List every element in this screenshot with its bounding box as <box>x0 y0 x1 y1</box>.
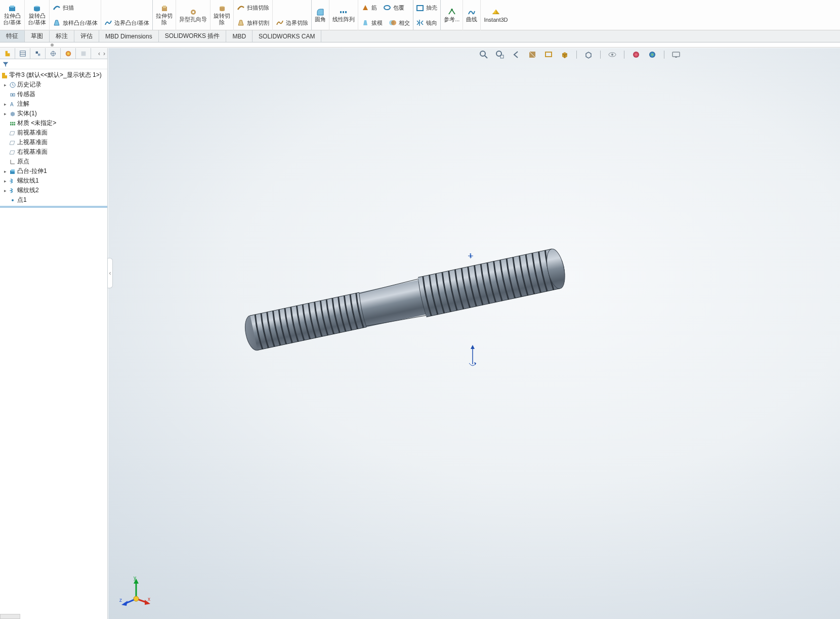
tree-material[interactable]: 材质 <未指定> <box>0 118 107 128</box>
loft-cut-button[interactable]: 放样切割 <box>234 15 272 30</box>
tree-sensors[interactable]: 传感器 <box>0 90 107 99</box>
tree-sensors-label: 传感器 <box>17 90 35 99</box>
tab-features[interactable]: 特征 <box>0 30 25 42</box>
graphics-viewport[interactable]: ‹ <box>108 48 840 619</box>
tab-mbd[interactable]: MBD <box>226 30 253 42</box>
edit-appearance-icon[interactable] <box>632 50 641 59</box>
command-tab-strip: 特征 草图 标注 评估 MBD Dimensions SOLIDWORKS 插件… <box>0 30 840 42</box>
curves-button[interactable]: 曲线 <box>463 0 481 30</box>
tree-history[interactable]: ▸ 历史记录 <box>0 80 107 90</box>
chevron-left-icon[interactable]: ‹ <box>98 50 100 57</box>
tree-right-plane[interactable]: 右视基准面 <box>0 147 107 157</box>
expand-icon[interactable]: ▸ <box>2 82 8 87</box>
instant3d-button[interactable]: Instant3D <box>481 0 511 30</box>
view-triad[interactable]: y x z <box>118 574 154 610</box>
tree-thread2[interactable]: ▸ 螺纹线2 <box>0 186 107 195</box>
extrude-cut-button[interactable]: 拉伸切 除 <box>153 0 176 30</box>
triad-y-label: y <box>134 575 136 581</box>
panel-tab-config[interactable] <box>30 48 46 59</box>
previous-view-icon[interactable] <box>512 50 521 59</box>
tree-solid-bodies-label: 实体(1) <box>17 109 37 118</box>
wrap-button[interactable]: 包覆 <box>380 0 407 15</box>
expand-icon[interactable]: ▸ <box>2 111 8 116</box>
sweep-cut-button[interactable]: 扫描切除 <box>234 0 272 15</box>
tree-solid-bodies[interactable]: ▸ 实体(1) <box>0 109 107 118</box>
panel-hscrollbar[interactable] <box>0 614 20 619</box>
sensor-icon <box>8 91 17 98</box>
tab-sketch[interactable]: 草图 <box>25 30 50 42</box>
boundary-cut-label: 边界切除 <box>286 19 308 27</box>
expand-icon[interactable]: ▸ <box>2 169 8 174</box>
view-orientation-icon[interactable] <box>560 50 569 59</box>
panel-tab-extra[interactable] <box>76 48 91 59</box>
shell-button[interactable]: 抽壳 <box>413 0 440 15</box>
revolve-cut-button[interactable]: 旋转切 除 <box>211 0 234 30</box>
tab-evaluate[interactable]: 评估 <box>74 30 99 42</box>
svg-point-43 <box>12 199 14 201</box>
fillet-button[interactable]: 圆角 <box>312 0 329 30</box>
loft-boss-button[interactable]: 放样凸台/基体 <box>50 15 101 30</box>
expand-icon[interactable]: ▸ <box>2 188 8 193</box>
hole-wizard-button[interactable]: 异型孔向导 <box>176 0 211 30</box>
tree-thread1[interactable]: ▸ 螺纹线1 <box>0 176 107 186</box>
tree-filter-row[interactable] <box>0 59 107 69</box>
rib-button[interactable]: 筋 <box>358 0 380 15</box>
extrude-boss-button[interactable]: 拉伸凸 台/基体 <box>0 0 25 30</box>
expand-icon[interactable]: ▸ <box>2 179 8 184</box>
tree-origin[interactable]: 原点 <box>0 157 107 166</box>
panel-tab-property[interactable] <box>15 48 30 59</box>
svg-text:A: A <box>10 102 14 107</box>
chevron-right-icon[interactable]: › <box>103 50 105 57</box>
tree-rollback-bar[interactable] <box>0 206 107 208</box>
panel-tab-dimxpert[interactable] <box>46 48 61 59</box>
boss-tertiary-group: 边界凸台/基体 <box>101 0 153 30</box>
intersect-label: 相交 <box>399 19 410 27</box>
tab-mbd-dimensions[interactable]: MBD Dimensions <box>99 30 159 42</box>
mirror-button[interactable]: 镜向 <box>413 15 440 30</box>
tree-point1[interactable]: 点1 <box>0 195 107 205</box>
boundary-boss-button[interactable]: 边界凸台/基体 <box>101 15 152 30</box>
intersect-button[interactable]: 相交 <box>386 15 413 30</box>
display-style-icon[interactable] <box>584 50 593 59</box>
svg-rect-14 <box>345 11 347 13</box>
hide-show-icon[interactable] <box>608 50 617 59</box>
boundary-cut-button[interactable]: 边界切除 <box>273 15 311 30</box>
section-view-icon[interactable] <box>528 50 537 59</box>
svg-rect-49 <box>545 52 552 57</box>
zoom-fit-icon[interactable] <box>479 50 488 59</box>
tree-top-plane[interactable]: 上视基准面 <box>0 138 107 147</box>
draft-button[interactable]: 拔模 <box>358 15 386 30</box>
panel-collapse-handle[interactable]: ‹ <box>108 258 113 288</box>
tabstrip-dropdown-icon[interactable] <box>51 43 54 47</box>
view-settings-icon[interactable] <box>671 50 681 59</box>
tree-annotations[interactable]: ▸ A 注解 <box>0 99 107 109</box>
linear-pattern-button[interactable]: 线性阵列 <box>329 0 358 30</box>
thread-icon <box>8 178 17 185</box>
sweep-boss-button[interactable]: 扫描 <box>50 0 77 15</box>
tree-front-plane[interactable]: 前视基准面 <box>0 128 107 138</box>
tree-extrude1[interactable]: ▸ 凸台-拉伸1 <box>0 166 107 176</box>
panel-tab-row: ‹ › <box>0 48 107 59</box>
tab-cam[interactable]: SOLIDWORKS CAM <box>253 30 321 42</box>
tree-thread1-label: 螺纹线1 <box>17 176 39 185</box>
svg-point-51 <box>611 54 613 56</box>
zoom-area-icon[interactable] <box>495 50 505 59</box>
panel-tab-scroll[interactable]: ‹ › <box>96 48 107 59</box>
svg-rect-55 <box>675 57 677 58</box>
reference-geometry-button[interactable]: 参考... <box>441 0 463 30</box>
tab-addins[interactable]: SOLIDWORKS 插件 <box>159 30 227 42</box>
panel-tab-feature-tree[interactable] <box>0 48 15 59</box>
hud-separator <box>600 51 601 59</box>
point-annotation[interactable]: 1 <box>468 251 481 267</box>
expand-icon[interactable]: ▸ <box>2 102 8 107</box>
tab-annotate[interactable]: 标注 <box>50 30 74 42</box>
apply-scene-icon[interactable] <box>648 50 657 59</box>
fillet-label: 圆角 <box>315 16 326 23</box>
dynamic-annotation-icon[interactable] <box>544 50 553 59</box>
panel-tab-display[interactable] <box>61 48 76 59</box>
svg-rect-18 <box>417 6 423 11</box>
tree-root[interactable]: 零件3 (默认<<默认>_显示状态 1>) <box>0 70 107 80</box>
svg-rect-12 <box>340 11 342 13</box>
revolve-boss-button[interactable]: 旋转凸 台/基体 <box>25 0 50 30</box>
model-body[interactable] <box>220 235 589 362</box>
